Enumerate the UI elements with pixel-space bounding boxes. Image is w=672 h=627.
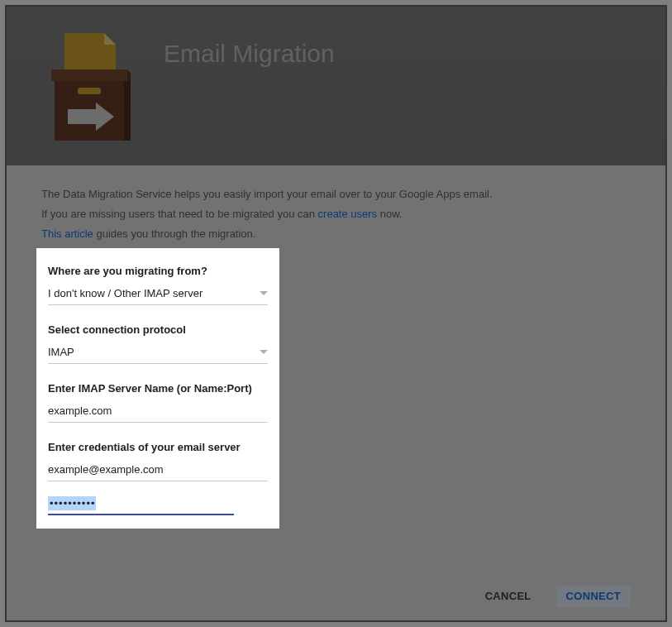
credentials-password-input[interactable]	[48, 496, 96, 510]
source-select[interactable]: I don't know / Other IMAP server	[48, 284, 268, 305]
chevron-down-icon	[260, 350, 268, 354]
svg-rect-4	[51, 69, 127, 81]
protocol-select[interactable]: IMAP	[48, 342, 268, 364]
connect-button[interactable]: CONNECT	[556, 585, 631, 607]
intro-line3: This article guides you through the migr…	[41, 225, 631, 243]
migration-icon	[48, 33, 131, 141]
intro-text: The Data Migration Service helps you eas…	[7, 165, 665, 260]
svg-rect-7	[68, 109, 96, 124]
page-title: Email Migration	[164, 40, 335, 68]
dialog-actions: CANCEL CONNECT	[477, 585, 631, 607]
svg-rect-2	[55, 74, 124, 141]
source-label: Where are you migrating from?	[48, 265, 268, 277]
chevron-down-icon	[260, 291, 268, 295]
svg-marker-3	[124, 74, 131, 141]
svg-marker-5	[127, 69, 131, 81]
create-users-link[interactable]: create users	[318, 208, 378, 220]
dialog-header: Email Migration	[7, 7, 665, 165]
credentials-label: Enter credentials of your email server	[48, 441, 268, 453]
intro-line1: The Data Migration Service helps you eas…	[41, 185, 631, 203]
protocol-value: IMAP	[48, 346, 74, 358]
intro-line2: If you are missing users that need to be…	[41, 205, 631, 223]
protocol-label: Select connection protocol	[48, 323, 268, 336]
source-value: I don't know / Other IMAP server	[48, 287, 203, 299]
credentials-user-input[interactable]	[48, 460, 268, 481]
svg-rect-6	[78, 88, 101, 94]
cancel-button[interactable]: CANCEL	[477, 585, 540, 607]
migration-form: Where are you migrating from? I don't kn…	[36, 248, 279, 529]
svg-marker-1	[104, 33, 116, 45]
password-wrap	[48, 493, 234, 515]
this-article-link[interactable]: This article	[41, 227, 93, 240]
server-input[interactable]	[48, 401, 268, 423]
server-label: Enter IMAP Server Name (or Name:Port)	[48, 382, 268, 395]
